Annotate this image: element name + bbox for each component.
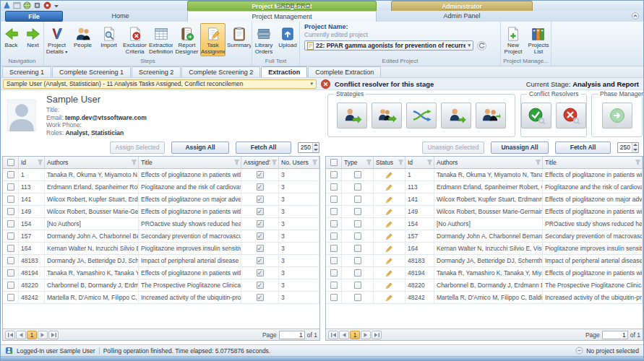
- ribbon-button-exclusion-criteria[interactable]: Exclusion Criteria: [122, 23, 147, 56]
- assigned-checkbox[interactable]: ✓: [257, 208, 264, 215]
- type-checkbox[interactable]: [354, 294, 361, 301]
- table-row[interactable]: 48194Tanaka R, Yamashiro K, Tanaka Y, Mi…: [326, 267, 643, 279]
- stage-tab-screening-1[interactable]: Screening 1: [2, 66, 51, 77]
- pager-first-button[interactable]: [328, 331, 338, 339]
- tool-icon[interactable]: [33, 1, 41, 9]
- row-select-cell[interactable]: [3, 169, 19, 180]
- assigned-checkbox[interactable]: ✓: [257, 196, 264, 203]
- edited-project-select[interactable]: 22: PPAR gamma agonists for prevention o…: [304, 40, 473, 51]
- ribbon-button-task-assignment[interactable]: Task Assignment ▾: [200, 23, 226, 56]
- table-row[interactable]: 113Erdmann Erland, Spanheimer Robert, Ch…: [326, 181, 643, 193]
- ribbon-button-new-project[interactable]: New Project: [501, 23, 525, 56]
- table-row[interactable]: 48242Martella R, D'Amico M, Filippo C, B…: [3, 292, 319, 304]
- status-cell[interactable]: [374, 193, 405, 205]
- type-checkbox[interactable]: [354, 220, 361, 227]
- row-select-checkbox[interactable]: [7, 257, 14, 264]
- column-header-users[interactable]: No. Users: [279, 157, 319, 168]
- row-select-cell[interactable]: [326, 206, 342, 217]
- conflict-resolver-select[interactable]: Sample User (Analyst, Statistician) - 11…: [3, 79, 317, 89]
- column-header-id[interactable]: Id: [405, 157, 434, 168]
- type-checkbox[interactable]: [354, 208, 361, 215]
- row-select-checkbox[interactable]: [330, 232, 338, 240]
- table-row[interactable]: 48183Dormandy JA, Betteridge DJ, Schernt…: [3, 255, 319, 267]
- stepper-arrows-icon[interactable]: [312, 143, 319, 152]
- resolver-remove-button[interactable]: [556, 103, 586, 129]
- table-row[interactable]: 1Tanaka R, Okuma Y, Miyamoto N, TanakEff…: [3, 169, 319, 181]
- batch-size-stepper[interactable]: 250: [617, 142, 639, 153]
- row-select-cell[interactable]: [326, 218, 342, 230]
- ribbon-button-people[interactable]: People: [70, 23, 95, 56]
- ribbon-button-summary[interactable]: Summary: [226, 23, 252, 56]
- fetch-all-button[interactable]: Fetch All: [236, 142, 291, 154]
- type-cell[interactable]: [342, 267, 374, 279]
- row-select-cell[interactable]: [3, 230, 19, 242]
- status-cell[interactable]: [374, 206, 405, 217]
- ribbon-button-extraction-definition[interactable]: Extraction Definition: [148, 23, 173, 56]
- row-select-cell[interactable]: [3, 267, 19, 279]
- assign-selected-button[interactable]: Assign Selected: [110, 142, 165, 154]
- app-icon[interactable]: [3, 1, 11, 9]
- table-row[interactable]: 141Wilcox Robert, Kupfer Stuart, Erdmann…: [3, 193, 319, 206]
- table-row[interactable]: 141Wilcox Robert, Kupfer Stuart, Erdmann…: [326, 193, 643, 206]
- stage-tab-complete-screening-1[interactable]: Complete Screening 1: [52, 66, 131, 77]
- ribbon-tab-admin-panel[interactable]: Admin Panel: [391, 11, 533, 22]
- row-select-checkbox[interactable]: [7, 294, 14, 301]
- row-select-checkbox[interactable]: [330, 257, 338, 264]
- type-cell[interactable]: [342, 218, 374, 230]
- row-select-checkbox[interactable]: [7, 183, 14, 191]
- row-select-checkbox[interactable]: [7, 196, 14, 203]
- row-select-checkbox[interactable]: [330, 294, 338, 301]
- assigned-checkbox[interactable]: ✓: [257, 183, 264, 191]
- row-select-checkbox[interactable]: [330, 171, 338, 178]
- row-select-checkbox[interactable]: [7, 269, 14, 277]
- type-cell[interactable]: [342, 193, 374, 205]
- column-header-pencil[interactable]: Status: [374, 157, 405, 168]
- pager-prev-button[interactable]: [339, 331, 349, 339]
- pager-prev-button[interactable]: [16, 331, 26, 339]
- status-cell[interactable]: [374, 230, 405, 242]
- stage-tab-screening-2[interactable]: Screening 2: [132, 66, 181, 77]
- row-select-cell[interactable]: [326, 169, 342, 180]
- status-cell[interactable]: [374, 181, 405, 193]
- assigned-checkbox[interactable]: ✓: [257, 294, 264, 301]
- batch-size-stepper[interactable]: 250: [298, 142, 319, 153]
- ribbon-button-project-details[interactable]: Project Details ▾: [44, 23, 69, 56]
- column-header-authors[interactable]: Authors: [45, 157, 139, 168]
- row-select-checkbox[interactable]: [7, 208, 14, 215]
- type-cell[interactable]: [342, 255, 374, 266]
- status-cell[interactable]: [374, 292, 405, 303]
- table-row[interactable]: 48242Martella R, D'Amico M, Filippo C, B…: [326, 292, 643, 304]
- ribbon-button-import[interactable]: Import: [96, 23, 121, 56]
- row-select-checkbox[interactable]: [7, 232, 14, 240]
- type-checkbox[interactable]: [354, 269, 361, 277]
- globe-icon[interactable]: [23, 1, 31, 9]
- pager-current-page[interactable]: 1: [27, 331, 37, 339]
- assigned-checkbox[interactable]: ✓: [257, 282, 264, 289]
- table-row[interactable]: 48220Charbonnel B, Dormandy J, Erdmann E…: [3, 279, 319, 292]
- table-row[interactable]: 149Wilcox Robert, Bousser Marie-Germaine…: [3, 206, 319, 218]
- status-cell[interactable]: [374, 243, 405, 254]
- stage-tab-complete-screening-2[interactable]: Complete Screening 2: [181, 66, 260, 77]
- pager-last-button[interactable]: [372, 331, 382, 339]
- row-select-cell[interactable]: [326, 267, 342, 279]
- table-row[interactable]: 157Dormandy John A, Charbonnel Bernard,S…: [3, 230, 319, 243]
- row-select-cell[interactable]: [326, 193, 342, 205]
- type-checkbox[interactable]: [354, 171, 361, 178]
- type-cell[interactable]: [342, 279, 374, 291]
- column-header-title[interactable]: Title: [543, 157, 643, 168]
- type-checkbox[interactable]: [354, 257, 361, 264]
- pager-next-button[interactable]: [38, 331, 48, 339]
- ribbon-tab-project-management[interactable]: Project Management: [187, 11, 377, 22]
- row-select-checkbox[interactable]: [7, 171, 14, 178]
- type-cell[interactable]: [342, 292, 374, 303]
- table-row[interactable]: 1Tanaka R, Okuma Y, Miyamoto N, Tanaka Y…: [326, 169, 643, 181]
- pager-first-button[interactable]: [5, 331, 15, 339]
- ribbon-tab-home[interactable]: Home: [86, 11, 155, 22]
- ribbon-button-library-orders[interactable]: Library Orders: [252, 23, 275, 56]
- assigned-checkbox[interactable]: ✓: [257, 220, 264, 227]
- table-row[interactable]: 164Kernan Walter N, Inzucchi Silvio E, V…: [3, 243, 319, 255]
- ribbon-tab-file[interactable]: File: [5, 11, 63, 22]
- type-cell[interactable]: [342, 243, 374, 254]
- strategy-multi-user-button[interactable]: [476, 103, 506, 129]
- type-checkbox[interactable]: [354, 282, 361, 289]
